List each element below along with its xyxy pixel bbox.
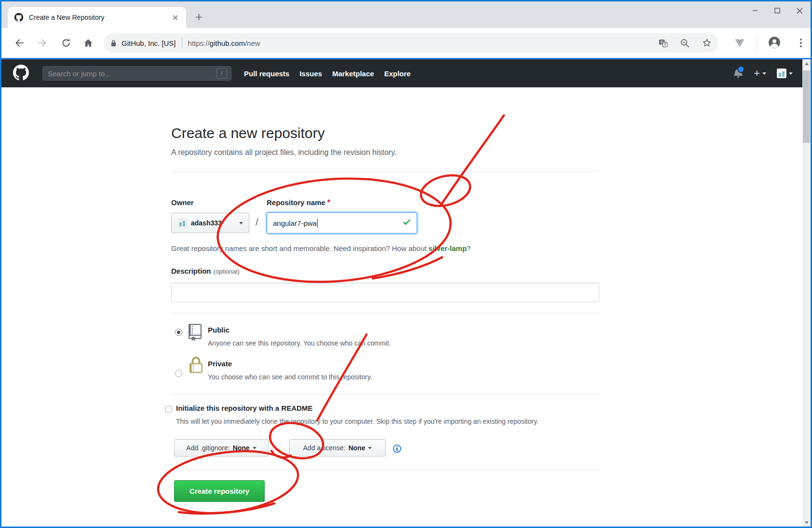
divider bbox=[171, 394, 599, 394]
security-label: GitHub, Inc. [US] bbox=[122, 39, 176, 47]
repo-name-hint: Great repository names are short and mem… bbox=[171, 244, 471, 252]
public-option-desc: Anyone can see this repository. You choo… bbox=[208, 339, 391, 347]
page-scrollbar[interactable] bbox=[802, 59, 811, 527]
chevron-down-icon bbox=[239, 222, 243, 224]
repo-book-icon bbox=[189, 324, 202, 341]
lock-icon bbox=[110, 39, 117, 47]
window-minimize-button[interactable] bbox=[744, 2, 766, 19]
readme-label[interactable]: Initialize this repository with a README bbox=[176, 404, 312, 412]
nav-explore[interactable]: Explore bbox=[384, 69, 411, 78]
owner-select-button[interactable]: adash333 bbox=[171, 213, 249, 233]
chevron-down-icon bbox=[253, 447, 257, 449]
readme-checkbox[interactable] bbox=[165, 406, 172, 413]
user-avatar-menu[interactable] bbox=[777, 69, 793, 78]
private-radio[interactable] bbox=[175, 370, 182, 377]
browser-tab[interactable]: Create a New Repository bbox=[8, 7, 186, 28]
scrollbar-thumb[interactable] bbox=[803, 70, 810, 143]
info-icon[interactable] bbox=[393, 444, 401, 453]
back-icon[interactable] bbox=[12, 36, 26, 50]
suggested-name-link[interactable]: silver-lamp bbox=[429, 244, 467, 252]
chevron-down-icon bbox=[762, 72, 766, 75]
vertical-divider bbox=[280, 439, 280, 457]
page-content: Create a new repository A repository con… bbox=[1, 87, 802, 527]
path-separator: / bbox=[256, 217, 258, 228]
required-asterisk: * bbox=[327, 198, 330, 207]
github-favicon-icon bbox=[14, 13, 23, 22]
browser-toolbar: GitHub, Inc. [US] https://github.com/new… bbox=[1, 28, 811, 59]
create-repository-button[interactable]: Create repository bbox=[174, 480, 265, 502]
create-new-menu[interactable]: + bbox=[754, 68, 766, 79]
tab-close-icon[interactable] bbox=[171, 13, 179, 22]
github-search-box[interactable]: / bbox=[42, 66, 231, 81]
chevron-down-icon bbox=[368, 447, 372, 449]
search-input[interactable] bbox=[47, 69, 217, 78]
notifications-bell-icon[interactable] bbox=[733, 68, 743, 80]
address-bar[interactable]: GitHub, Inc. [US] https://github.com/new… bbox=[104, 33, 718, 53]
repo-name-label: Repository name* bbox=[267, 198, 330, 207]
avatar bbox=[777, 69, 786, 78]
nav-marketplace[interactable]: Marketplace bbox=[332, 69, 374, 78]
page-title: Create a new repository bbox=[171, 125, 325, 141]
github-logo-icon[interactable] bbox=[13, 65, 29, 83]
text-cursor bbox=[317, 219, 318, 228]
browser-profile-icon[interactable] bbox=[768, 36, 781, 51]
divider bbox=[171, 313, 599, 313]
name-available-check-icon bbox=[403, 217, 411, 229]
owner-label: Owner bbox=[171, 198, 194, 207]
slash-key-hint: / bbox=[217, 68, 227, 79]
divider bbox=[171, 470, 599, 470]
window-maximize-button[interactable] bbox=[766, 2, 788, 19]
url-text: https://github.com/new bbox=[188, 39, 260, 47]
description-label: Description(optional) bbox=[171, 267, 240, 276]
public-option-label[interactable]: Public bbox=[208, 326, 230, 334]
chevron-down-icon bbox=[789, 72, 793, 75]
window-close-button[interactable] bbox=[788, 2, 811, 19]
url-divider bbox=[182, 38, 182, 48]
owner-avatar bbox=[177, 218, 187, 228]
owner-name: adash333 bbox=[191, 219, 235, 227]
nav-pull-requests[interactable]: Pull requests bbox=[244, 69, 289, 78]
license-dropdown[interactable]: Add a license:None bbox=[289, 439, 386, 457]
reload-icon[interactable] bbox=[59, 36, 73, 50]
public-radio[interactable] bbox=[175, 329, 182, 336]
github-header: / Pull requests Issues Marketplace Explo… bbox=[1, 59, 802, 87]
bookmark-star-icon[interactable] bbox=[702, 38, 712, 48]
readme-desc: This will let you immediately clone the … bbox=[176, 417, 539, 425]
private-option-label[interactable]: Private bbox=[208, 360, 232, 368]
browser-window: Create a New Repository bbox=[0, 0, 812, 528]
translate-icon[interactable]: G bbox=[659, 39, 668, 48]
divider bbox=[171, 171, 599, 172]
forward-icon[interactable] bbox=[36, 36, 50, 50]
description-input[interactable] bbox=[171, 283, 599, 302]
page-subtitle: A repository contains all project files,… bbox=[171, 148, 396, 157]
repo-name-input[interactable]: angular7-pwa bbox=[267, 212, 417, 234]
scroll-down-icon[interactable] bbox=[802, 518, 811, 527]
scrollbar-track[interactable] bbox=[802, 68, 811, 518]
home-icon[interactable] bbox=[81, 36, 95, 50]
private-lock-icon bbox=[189, 357, 203, 374]
unread-notification-dot bbox=[737, 66, 744, 73]
browser-menu-icon[interactable] bbox=[794, 36, 808, 50]
github-nav: Pull requests Issues Marketplace Explore bbox=[244, 69, 411, 78]
zoom-out-icon[interactable] bbox=[680, 39, 690, 48]
nav-issues[interactable]: Issues bbox=[299, 69, 322, 78]
gitignore-dropdown[interactable]: Add .gitignore:None bbox=[174, 439, 269, 457]
tab-title: Create a New Repository bbox=[29, 14, 171, 21]
private-option-desc: You choose who can see and commit to thi… bbox=[208, 373, 372, 381]
plus-icon: + bbox=[754, 68, 760, 79]
vue-extension-icon[interactable] bbox=[734, 39, 745, 50]
new-tab-button[interactable] bbox=[192, 11, 205, 23]
toolbar-divider bbox=[757, 36, 757, 50]
scroll-up-icon[interactable] bbox=[802, 59, 811, 68]
tab-strip: Create a New Repository bbox=[1, 1, 811, 28]
